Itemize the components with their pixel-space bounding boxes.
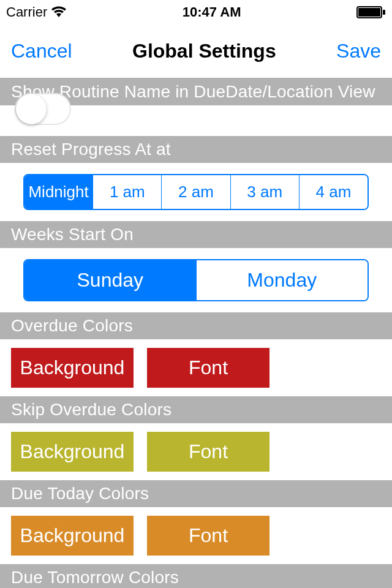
segment-4am[interactable]: 4 am bbox=[300, 175, 368, 209]
status-right bbox=[356, 6, 386, 18]
overdue-colors-row: Background Font bbox=[0, 339, 392, 396]
overdue-font-button[interactable]: Font bbox=[147, 348, 270, 388]
due-today-font-button[interactable]: Font bbox=[147, 516, 270, 556]
section-weeks-start: Weeks Start On bbox=[0, 221, 392, 248]
section-due-today-colors: Due Today Colors bbox=[0, 480, 392, 507]
skip-overdue-font-button[interactable]: Font bbox=[147, 432, 270, 472]
section-overdue-colors: Overdue Colors bbox=[0, 312, 392, 339]
reset-progress-row: Midnight 1 am 2 am 3 am 4 am bbox=[0, 163, 392, 221]
section-reset-progress: Reset Progress At at bbox=[0, 136, 392, 163]
section-due-tomorrow-colors: Due Tomorrow Colors bbox=[0, 564, 392, 588]
skip-overdue-colors-row: Background Font bbox=[0, 423, 392, 480]
weeks-start-segmented: Sunday Monday bbox=[23, 259, 369, 301]
toggle-row bbox=[0, 105, 392, 136]
due-today-background-button[interactable]: Background bbox=[11, 516, 134, 556]
segment-midnight[interactable]: Midnight bbox=[24, 175, 93, 209]
segment-monday[interactable]: Monday bbox=[197, 260, 368, 300]
page-title: Global Settings bbox=[132, 40, 276, 62]
reset-progress-segmented: Midnight 1 am 2 am 3 am 4 am bbox=[23, 174, 369, 210]
wifi-icon bbox=[51, 6, 67, 18]
segment-sunday[interactable]: Sunday bbox=[24, 260, 197, 300]
status-left: Carrier bbox=[6, 4, 67, 20]
status-time: 10:47 AM bbox=[183, 4, 241, 20]
battery-icon bbox=[356, 6, 386, 18]
segment-1am[interactable]: 1 am bbox=[93, 175, 162, 209]
nav-bar: Cancel Global Settings Save bbox=[0, 24, 392, 78]
status-bar: Carrier 10:47 AM bbox=[0, 0, 392, 24]
toggle-knob bbox=[16, 94, 47, 124]
show-routine-toggle[interactable] bbox=[15, 93, 71, 125]
weeks-start-row: Sunday Monday bbox=[0, 248, 392, 312]
section-skip-overdue-colors: Skip Overdue Colors bbox=[0, 396, 392, 423]
segment-2am[interactable]: 2 am bbox=[162, 175, 230, 209]
segment-3am[interactable]: 3 am bbox=[231, 175, 300, 209]
svg-rect-2 bbox=[383, 10, 385, 15]
skip-overdue-background-button[interactable]: Background bbox=[11, 432, 134, 472]
svg-rect-1 bbox=[358, 8, 380, 17]
cancel-button[interactable]: Cancel bbox=[11, 40, 72, 62]
save-button[interactable]: Save bbox=[336, 40, 381, 62]
carrier-label: Carrier bbox=[6, 4, 47, 20]
due-today-colors-row: Background Font bbox=[0, 507, 392, 564]
overdue-background-button[interactable]: Background bbox=[11, 348, 134, 388]
